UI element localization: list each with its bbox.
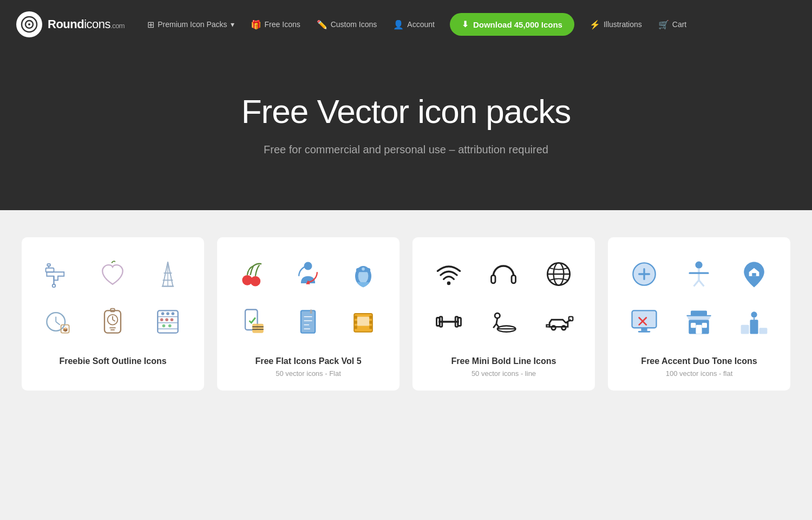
svg-rect-63 [369,321,372,324]
icon-car-plug [533,300,584,343]
svg-point-65 [447,282,451,285]
svg-rect-59 [354,316,357,319]
card-freebie-soft-outline[interactable]: 📦 [22,237,204,391]
icon-eiffel [142,252,193,296]
cards-grid: 📦 [22,237,790,391]
card-subtitle-free-accent-duo-tone: 100 vector icons - flat [619,369,780,378]
svg-point-30 [172,312,175,315]
svg-rect-104 [691,323,696,328]
icon-film [338,300,389,343]
card-icons-grid: 📦 [32,252,193,343]
svg-point-82 [552,326,556,330]
icon-barbell [423,300,474,343]
svg-point-37 [250,276,260,287]
lightning-icon: ⚡ [590,20,600,30]
svg-rect-108 [741,325,749,334]
svg-rect-101 [638,331,651,333]
icon-monitor-cancel [619,300,670,343]
card-title-free-flat-vol5: Free Flat Icons Pack Vol 5 [228,356,389,366]
card-icons-grid [228,252,389,343]
svg-rect-100 [641,328,647,331]
cart-icon: 🛒 [658,20,669,30]
card-subtitle-free-mini-bold-line: 50 vector icons - line [423,369,584,378]
svg-line-79 [494,324,497,328]
nav-item-premium-icon-packs[interactable]: ⊞ Premium Icon Packs ▾ [141,15,240,34]
nav-items: ⊞ Premium Icon Packs ▾ 🎁 Free Icons ✏️ C… [141,13,796,36]
svg-point-111 [751,311,757,317]
card-icons-grid [619,252,780,343]
svg-text:📦: 📦 [62,327,68,332]
icon-person-spread [674,252,725,296]
svg-point-76 [495,313,500,318]
icon-globe [533,252,584,296]
nav-item-cart[interactable]: 🛒 Cart [652,15,693,34]
icon-podium [729,300,780,343]
icon-abacus [142,300,193,343]
chevron-down-icon: ▾ [231,20,234,29]
svg-line-77 [496,318,497,323]
logo[interactable]: Roundicons.com [16,11,125,37]
logo-text: Roundicons.com [48,17,125,31]
download-cta-button[interactable]: ⬇ Download 45,000 Icons [450,13,574,36]
svg-point-29 [166,312,169,315]
icon-mobile-check [228,300,279,343]
svg-point-83 [562,326,566,330]
svg-point-31 [160,318,163,321]
pencil-icon: ✏️ [317,20,328,30]
icon-wifi [423,252,474,296]
icon-add-circle [619,252,670,296]
icon-store-blue [674,300,725,343]
svg-rect-60 [354,321,357,324]
card-title-free-accent-duo-tone: Free Accent Duo Tone Icons [619,356,780,366]
svg-line-93 [694,280,699,286]
icon-apple-heart [88,252,139,296]
content-section: 📦 [0,210,812,418]
svg-line-20 [113,320,115,321]
card-icons-grid [423,252,584,343]
svg-point-34 [162,324,166,328]
gift-icon: 🎁 [251,20,261,30]
svg-point-3 [53,284,56,288]
svg-rect-49 [301,310,315,333]
svg-rect-66 [492,275,496,283]
svg-rect-4 [45,268,54,272]
card-free-flat-vol5[interactable]: Free Flat Icons Pack Vol 5 50 vector ico… [217,237,400,391]
grid-icon: ⊞ [147,20,154,30]
card-free-mini-bold-line[interactable]: Free Mini Bold Line Icons 50 vector icon… [412,237,595,391]
user-icon: 👤 [393,20,404,30]
icon-faucet [32,252,83,296]
svg-rect-6 [47,264,50,266]
nav-item-illustrations[interactable]: ⚡ Illustrations [583,15,649,34]
nav-item-custom-icons[interactable]: ✏️ Custom Icons [310,15,384,34]
svg-rect-55 [310,310,312,314]
hero-title: Free Vector icon packs [11,92,801,131]
svg-point-44 [362,268,365,271]
svg-point-2 [28,23,30,25]
logo-icon [16,11,42,37]
svg-point-90 [696,262,703,269]
svg-point-35 [168,324,172,328]
svg-rect-110 [759,328,768,334]
icon-cherry [228,252,279,296]
svg-rect-103 [696,325,702,334]
svg-point-28 [161,312,165,315]
icon-phone [338,252,389,296]
svg-rect-64 [369,326,372,329]
nav-item-free-icons[interactable]: 🎁 Free Icons [244,15,307,34]
svg-rect-107 [691,310,707,315]
svg-rect-58 [357,317,370,326]
icon-old-clock [88,300,139,343]
icon-blueprint [283,300,334,343]
hero-section: Free Vector icon packs Free for commerci… [0,49,812,210]
svg-line-94 [699,280,704,286]
download-icon: ⬇ [462,20,469,29]
svg-point-33 [171,318,174,321]
icon-compass-box: 📦 [32,300,83,343]
card-title-free-mini-bold-line: Free Mini Bold Line Icons [423,356,584,366]
svg-rect-67 [512,275,516,283]
card-free-accent-duo-tone[interactable]: Free Accent Duo Tone Icons 100 vector ic… [608,237,790,391]
nav-item-account[interactable]: 👤 Account [387,15,441,34]
icon-headphones [479,252,529,296]
icon-treadmill [479,300,529,343]
icon-location-home [729,252,780,296]
